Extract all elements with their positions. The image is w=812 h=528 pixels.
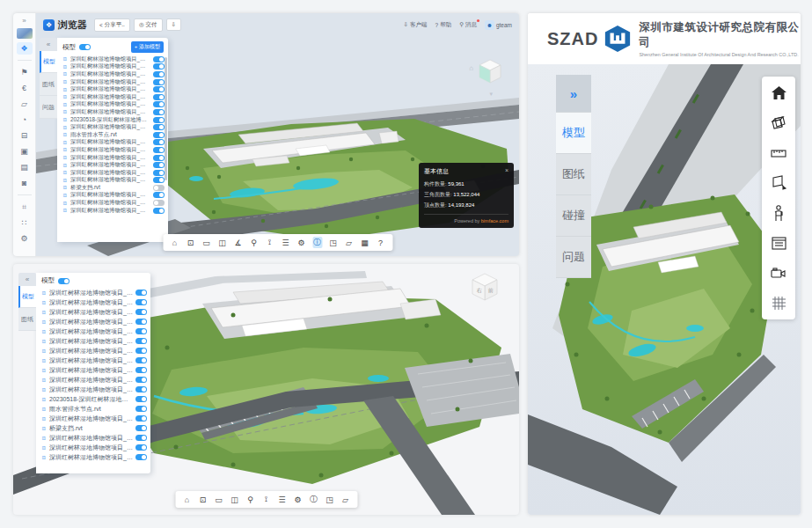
model-list-item[interactable]: 🗎 深圳红树林湿地博物馆项目_办公楼_E.rvt <box>36 307 150 317</box>
folder-icon[interactable]: ▱ <box>17 98 33 110</box>
visibility-toggle[interactable] <box>153 192 165 198</box>
model-list-item[interactable]: 🗎 桥梁支挡.rvt <box>36 423 150 433</box>
folder-icon[interactable]: ▱ <box>344 238 354 247</box>
visibility-toggle[interactable] <box>135 338 147 344</box>
menu-item[interactable]: 问题 <box>556 237 591 278</box>
view-cube[interactable]: 右 前 <box>470 271 500 301</box>
visibility-toggle[interactable] <box>153 109 165 115</box>
visibility-toggle[interactable] <box>153 86 165 92</box>
visibility-toggle[interactable] <box>153 139 165 145</box>
visibility-toggle[interactable] <box>135 348 147 354</box>
component-list-icon[interactable]: ☰ <box>277 495 287 504</box>
box-select-icon[interactable]: ⊡ <box>198 495 208 504</box>
fullscreen-icon[interactable]: ◳ <box>325 495 334 504</box>
visibility-toggle[interactable] <box>135 415 147 422</box>
model-list-item[interactable]: 🗎 深圳红树林湿地博物馆项目_博物馆_S... <box>57 192 168 200</box>
collapse-panel-button[interactable]: « <box>18 273 36 286</box>
menu-item[interactable]: 碰撞 <box>556 195 591 237</box>
visibility-toggle[interactable] <box>135 319 147 325</box>
model-list-item[interactable]: 🗎 深圳红树林湿地博物馆项目_办公楼_M.rvt <box>36 356 150 365</box>
model-list-item[interactable]: 🗎 深圳红树林湿地博物馆项目_博物馆_A.rvt <box>36 443 150 452</box>
model-list-item[interactable]: 🗎 深圳红树林湿地博物馆项目_博物馆_E.rvt <box>57 161 168 169</box>
archive-icon[interactable]: ⊟ <box>17 129 33 142</box>
download-button[interactable]: ⇩ <box>166 18 181 31</box>
visibility-toggle[interactable] <box>153 162 165 168</box>
cube-menu-chevron-icon[interactable]: ▾ <box>489 91 493 98</box>
powered-by[interactable]: Powered by bimface.com <box>424 218 508 224</box>
visibility-toggle[interactable] <box>153 79 165 85</box>
model-list-item[interactable]: 🗎 深圳红树林湿地博物馆项目_办公楼_A.rvt <box>36 297 150 307</box>
model-list-item[interactable]: 🗎 深圳红树林湿地博物馆项目_东区停车库... <box>36 375 150 385</box>
visibility-toggle[interactable] <box>153 132 165 138</box>
camera-icon[interactable]: ◙ <box>17 177 33 189</box>
panel-tab[interactable]: 模型 <box>18 286 36 308</box>
model-list-item[interactable]: 🗎 深圳红树林湿地博物馆项目_东区停车库... <box>36 433 150 443</box>
settings-icon[interactable]: ⚙ <box>296 238 306 247</box>
model-list-item[interactable]: 🗎 深圳红树林湿地博物馆项目_东区停车库... <box>57 78 168 86</box>
model-list-item[interactable]: 🗎 桥梁支挡.rvt <box>57 184 168 192</box>
visibility-toggle[interactable] <box>153 208 165 214</box>
model-list-item[interactable]: 🗎 深圳红树林湿地博物馆项目_东区停车库... <box>57 85 168 93</box>
info-icon[interactable]: ⓘ <box>312 237 322 248</box>
message-link[interactable]: ⚲消息 <box>459 21 477 29</box>
visibility-toggle[interactable] <box>153 200 165 206</box>
model-list-item[interactable]: 🗎 深圳红树林湿地博物馆项目_博物馆_E... <box>57 169 168 177</box>
visibility-toggle[interactable] <box>135 386 147 392</box>
visibility-toggle[interactable] <box>153 185 165 191</box>
visibility-toggle[interactable] <box>153 56 165 62</box>
section-plane-icon[interactable] <box>771 175 786 191</box>
viewpoint-icon[interactable]: ⟟ <box>265 238 274 247</box>
model-list-item[interactable]: 🗎 深圳红树林湿地博物馆项目_地形景观.rvt <box>57 199 168 207</box>
share-button[interactable]: <分享平.. <box>94 18 130 32</box>
library-icon[interactable]: ▤ <box>17 161 33 173</box>
client-link[interactable]: ⇩客户端 <box>404 21 428 29</box>
grid-icon[interactable] <box>771 295 786 311</box>
clock-icon[interactable]: ◔ <box>17 114 33 126</box>
visibility-toggle[interactable] <box>153 170 165 176</box>
model-list-item[interactable]: 🗎 深圳红树林湿地博物馆项目_办公楼_E.rvt <box>57 63 168 71</box>
level-icon[interactable]: ∡ <box>233 238 243 247</box>
menu-item[interactable]: 模型 <box>556 113 591 154</box>
model-list-item[interactable]: 🗎 深圳红树林湿地博物馆项目_博物馆_E.rvt <box>36 414 150 423</box>
visibility-toggle[interactable] <box>153 101 165 107</box>
project-thumbnail[interactable] <box>17 28 33 39</box>
viewpoint-icon[interactable]: ⟟ <box>261 495 271 504</box>
model-list-item[interactable]: 🗎 深圳红树林湿地博物馆项目_博物馆_S... <box>36 288 150 297</box>
model-list-item[interactable]: 🗎 深圳红树林湿地博物馆项目_博物馆_S (... <box>57 177 168 185</box>
visibility-toggle[interactable] <box>153 155 165 161</box>
visibility-toggle[interactable] <box>135 328 147 334</box>
visibility-toggle[interactable] <box>135 309 147 315</box>
help-icon[interactable]: ? <box>376 238 385 247</box>
fullscreen-icon[interactable]: ◳ <box>328 238 338 247</box>
visibility-toggle[interactable] <box>135 425 147 431</box>
model-list-item[interactable]: 🗎 深圳红树林湿地博物馆项目_办公楼_A.rvt <box>57 70 168 78</box>
visibility-toggle[interactable] <box>153 147 165 153</box>
settings-icon[interactable]: ⚙ <box>293 495 303 504</box>
visibility-toggle[interactable] <box>153 177 165 183</box>
monitor-icon[interactable]: ⌗ <box>17 201 33 213</box>
all-visibility-toggle[interactable] <box>79 44 91 50</box>
model-list-item[interactable]: 🗎 深圳红树林湿地博物馆项目_办公楼_M.rvt <box>57 55 168 63</box>
visibility-toggle[interactable] <box>135 435 147 441</box>
section-icon[interactable]: ◫ <box>217 238 227 247</box>
collapse-panel-button[interactable]: « <box>40 38 57 51</box>
apps-icon[interactable]: ∷ <box>17 216 33 229</box>
model-list-item[interactable]: 🗎 20230518-深圳红树林湿地博物馆项目_... <box>57 116 168 124</box>
visibility-toggle[interactable] <box>135 454 147 460</box>
deliver-button[interactable]: ◎交付 <box>134 18 163 32</box>
model-list-item[interactable]: 🗎 深圳红树林湿地博物馆项目_博物馆_E... <box>36 346 150 356</box>
model-list-item[interactable]: 🗎 雨水管排水节点.rvt <box>57 131 168 139</box>
menu-item[interactable]: 图纸 <box>556 154 591 195</box>
model-list-item[interactable]: 🗎 深圳红树林湿地博物馆项目_博物馆_P.rvt <box>57 123 168 131</box>
panel-tab[interactable]: 图纸 <box>18 308 36 331</box>
visibility-toggle[interactable] <box>135 444 147 451</box>
home-view-icon[interactable]: ⌂ <box>469 64 473 72</box>
model-list-item[interactable]: 🗎 深圳红树林湿地博物馆项目_东区停车库... <box>57 108 168 116</box>
visibility-toggle[interactable] <box>135 367 147 373</box>
model-list-item[interactable]: 🗎 雨水管排水节点.rvt <box>36 404 150 414</box>
close-icon[interactable]: × <box>505 167 508 176</box>
visibility-toggle[interactable] <box>153 94 165 100</box>
model-list-item[interactable]: 🗎 深圳红树林湿地博物馆项目_东区停车库... <box>57 101 168 109</box>
model-list-item[interactable]: 🗎 深圳红树林湿地博物馆项目_东区停车库... <box>36 385 150 394</box>
menu-item[interactable]: » <box>556 75 591 113</box>
